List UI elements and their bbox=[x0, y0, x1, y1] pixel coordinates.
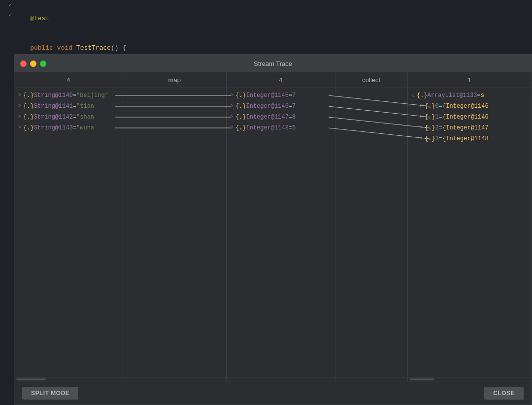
panel-scrollbar-2[interactable] bbox=[123, 377, 226, 381]
minimize-window-button[interactable] bbox=[30, 61, 36, 67]
panel-scrollbar-1[interactable] bbox=[14, 377, 123, 381]
code-editor: @Test public void TestTrace() { Stream.o… bbox=[0, 0, 532, 54]
panel-scrollbar-4[interactable] bbox=[335, 377, 407, 381]
list-item[interactable]: > {.} Integer@1148 = 5 bbox=[227, 123, 335, 133]
panel-body-2 bbox=[123, 88, 226, 377]
list-item[interactable]: > {.} Integer@1146 = 7 bbox=[227, 101, 335, 112]
panel-body-1: > {.} String@1140 = "beijing" > {.} Stri… bbox=[14, 88, 123, 377]
split-mode-button[interactable]: SPLIT MODE bbox=[22, 387, 78, 400]
list-item[interactable]: > {.} String@1143 = "wuha bbox=[14, 123, 123, 133]
list-item[interactable]: > {.} 3 = {Integer@1148 bbox=[408, 133, 532, 144]
scrollbar-thumb-1[interactable] bbox=[16, 378, 46, 380]
panel-result: 1 ⌄ {.} ArrayList@1133 = s > {.} 0 = {In… bbox=[408, 72, 532, 381]
panel-body-4 bbox=[335, 88, 407, 377]
list-item[interactable]: > {.} String@1142 = "shan bbox=[14, 112, 123, 123]
dialog-title: Stream Trace bbox=[254, 60, 292, 67]
panel-header-2: map bbox=[123, 72, 226, 88]
panel-scrollbar-3[interactable] bbox=[227, 377, 335, 381]
list-item[interactable]: > {.} String@1141 = "tian bbox=[14, 101, 123, 112]
content-area: 4 > {.} String@1140 = "beijing" > {.} St… bbox=[14, 72, 532, 381]
list-item[interactable]: > {.} Integer@1146 = 7 bbox=[227, 90, 335, 101]
panel-strings: 4 > {.} String@1140 = "beijing" > {.} St… bbox=[14, 72, 123, 381]
code-line-1: @Test bbox=[15, 4, 532, 33]
panel-header-3: 4 bbox=[227, 72, 335, 88]
list-item[interactable]: > {.} 2 = {Integer@1147 bbox=[408, 123, 532, 133]
stream-trace-dialog: Stream Trace 4 > {.} String@1140 = "beij… bbox=[14, 54, 532, 405]
panel-body-5: ⌄ {.} ArrayList@1133 = s > {.} 0 = {Inte… bbox=[408, 88, 532, 377]
list-item[interactable]: > {.} 0 = {Integer@1146 bbox=[408, 101, 532, 112]
bottom-bar: SPLIT MODE CLOSE bbox=[14, 381, 532, 405]
list-item[interactable]: ⌄ {.} ArrayList@1133 = s bbox=[408, 90, 532, 101]
dialog-title-bar: Stream Trace bbox=[14, 55, 532, 72]
panel-scrollbar-5[interactable] bbox=[408, 377, 532, 381]
maximize-window-button[interactable] bbox=[40, 61, 46, 67]
panel-integers: 4 > {.} Integer@1146 = 7 > {.} Integer@1… bbox=[227, 72, 335, 381]
list-item[interactable]: > {.} Integer@1147 = 8 bbox=[227, 112, 335, 123]
window-controls bbox=[20, 61, 46, 67]
panel-map: map bbox=[123, 72, 227, 381]
close-window-button[interactable] bbox=[20, 61, 27, 67]
panel-body-3: > {.} Integer@1146 = 7 > {.} Integer@114… bbox=[227, 88, 335, 377]
panel-header-4: collect bbox=[335, 72, 407, 88]
panel-collect: collect bbox=[335, 72, 408, 381]
close-button[interactable]: CLOSE bbox=[484, 387, 524, 400]
panel-header-5: 1 bbox=[408, 72, 532, 88]
editor-gutter: ✓ ✓ bbox=[0, 0, 14, 54]
list-item[interactable]: > {.} String@1140 = "beijing" bbox=[14, 90, 123, 101]
panel-header-1: 4 bbox=[14, 72, 123, 88]
list-item[interactable]: > {.} 1 = {Integer@1146 bbox=[408, 112, 532, 123]
scrollbar-thumb-5[interactable] bbox=[410, 378, 434, 380]
